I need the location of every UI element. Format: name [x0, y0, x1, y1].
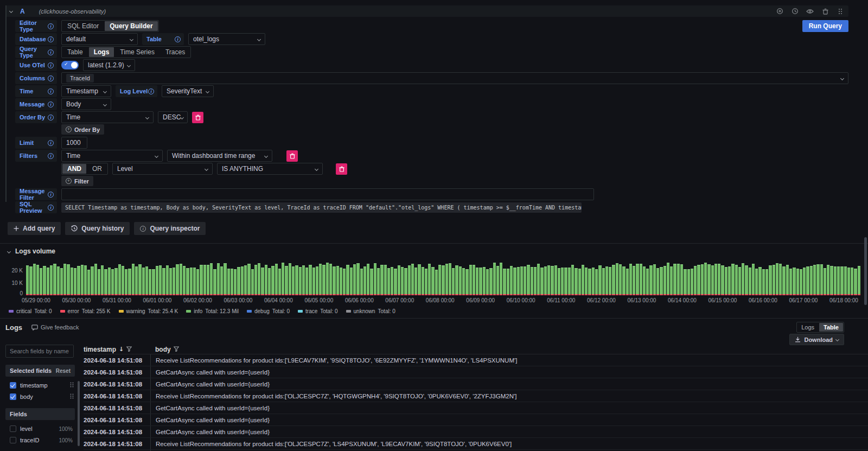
- info-icon[interactable]: i: [48, 140, 54, 146]
- info-icon[interactable]: i: [148, 88, 154, 94]
- checkbox-checked[interactable]: [10, 393, 16, 400]
- otel-version-select[interactable]: latest (1.2.9): [83, 59, 135, 71]
- filter2-operator-select[interactable]: IS ANYTHING: [217, 163, 323, 175]
- view-table-option[interactable]: Table: [819, 323, 843, 332]
- legend-item-critical[interactable]: criticalTotal: 0: [9, 308, 52, 314]
- editor-type-query-builder[interactable]: Query Builder: [105, 21, 157, 31]
- error-segment: [326, 294, 329, 295]
- info-icon[interactable]: i: [48, 192, 54, 198]
- info-icon[interactable]: i: [48, 88, 54, 94]
- query-row-header[interactable]: A (clickhouse-observability): [5, 5, 848, 17]
- info-segment: [220, 266, 223, 294]
- drag-handle-icon[interactable]: [70, 382, 74, 389]
- legend-item-error[interactable]: errorTotal: 255 K: [60, 308, 111, 314]
- run-query-button[interactable]: Run Query: [802, 20, 848, 32]
- view-logs-option[interactable]: Logs: [797, 323, 819, 332]
- query-type-logs[interactable]: Logs: [89, 47, 114, 57]
- log-level-select[interactable]: SeverityText: [162, 85, 214, 97]
- x-axis-tick: 06/08 00:00: [426, 297, 455, 303]
- info-icon[interactable]: i: [48, 75, 54, 81]
- info-icon[interactable]: i: [48, 36, 54, 42]
- error-segment: [36, 294, 39, 295]
- query-type-time-series[interactable]: Time Series: [114, 47, 160, 57]
- info-icon[interactable]: i: [48, 62, 54, 68]
- filter1-operator-select[interactable]: Within dashboard time range: [167, 150, 272, 162]
- checkbox-unchecked[interactable]: [10, 437, 16, 443]
- time-column-select[interactable]: Timestamp: [61, 85, 111, 97]
- legend-item-debug[interactable]: debugTotal: 0: [247, 308, 290, 314]
- give-feedback-link[interactable]: Give feedback: [31, 324, 79, 331]
- duplicate-query-icon[interactable]: [776, 8, 783, 15]
- info-icon[interactable]: i: [48, 23, 54, 29]
- sort-desc-icon[interactable]: ↓: [119, 346, 124, 353]
- volume-bar: [176, 264, 178, 295]
- query-type-traces[interactable]: Traces: [160, 47, 190, 57]
- available-field-level[interactable]: level100%: [10, 424, 74, 433]
- legend-item-unknown[interactable]: unknownTotal: 0: [346, 308, 395, 314]
- add-filter-button[interactable]: + Filter: [61, 176, 93, 186]
- available-field-traceID[interactable]: traceID100%: [10, 436, 74, 444]
- info-icon[interactable]: i: [48, 115, 54, 120]
- reset-button[interactable]: Reset: [56, 368, 71, 374]
- error-segment: [125, 294, 127, 295]
- and-option[interactable]: AND: [62, 164, 86, 174]
- selected-field-body[interactable]: body: [10, 392, 74, 401]
- order-by-direction-select[interactable]: DESC: [158, 111, 188, 123]
- remove-filter1-trash-icon[interactable]: [286, 150, 298, 162]
- remove-order-by-trash-icon[interactable]: [192, 112, 203, 123]
- filter-funnel-icon[interactable]: [174, 346, 179, 353]
- remove-filter2-trash-icon[interactable]: [336, 163, 347, 175]
- logs-table-rows: 2024-06-18 14:51:08Receive ListRecommend…: [84, 354, 868, 451]
- order-by-field-select[interactable]: Time: [61, 111, 154, 123]
- collapse-logs-volume-icon[interactable]: [7, 249, 11, 253]
- sidebar-scrollbar[interactable]: [78, 381, 80, 446]
- collapse-query-icon[interactable]: [9, 9, 13, 13]
- selected-field-timestamp[interactable]: timestamp: [10, 381, 74, 390]
- info-icon[interactable]: i: [175, 36, 181, 42]
- download-button[interactable]: Download: [789, 334, 844, 345]
- message-filter-input[interactable]: [61, 188, 594, 200]
- column-chip-traceid[interactable]: TraceId: [66, 74, 94, 82]
- use-otel-toggle[interactable]: [61, 61, 79, 69]
- table-select[interactable]: otel_logs: [188, 33, 265, 45]
- error-segment: [473, 294, 475, 295]
- add-order-by-button[interactable]: + Order By: [61, 124, 104, 135]
- add-query-button[interactable]: Add query: [8, 222, 61, 235]
- search-fields-input[interactable]: [5, 345, 74, 358]
- checkbox-unchecked[interactable]: [10, 425, 16, 432]
- drag-handle-icon[interactable]: [70, 393, 74, 400]
- message-column-select[interactable]: Body: [61, 98, 111, 110]
- volume-bar: [473, 265, 475, 295]
- checkbox-checked[interactable]: [10, 382, 16, 389]
- logs-volume-header[interactable]: Logs volume: [0, 247, 868, 255]
- columns-multiselect[interactable]: TraceId: [61, 72, 848, 84]
- filter2-field-select[interactable]: Level: [112, 163, 213, 175]
- query-type-table[interactable]: Table: [62, 47, 88, 57]
- info-icon[interactable]: i: [48, 205, 54, 211]
- x-axis-tick: 05/29 00:00: [22, 297, 50, 303]
- editor-type-sql-editor[interactable]: SQL Editor: [62, 21, 104, 31]
- page-scrollbar-thumb[interactable]: [864, 237, 867, 305]
- legend-item-info[interactable]: infoTotal: 12.3 Mil: [186, 308, 239, 314]
- info-icon[interactable]: i: [48, 101, 54, 107]
- database-select[interactable]: default: [61, 33, 138, 45]
- query-inspector-button[interactable]: i Query inspector: [134, 222, 206, 235]
- timestamp-column-header[interactable]: timestamp: [84, 346, 116, 353]
- drag-handle-icon[interactable]: [837, 8, 844, 15]
- info-icon[interactable]: i: [48, 153, 54, 159]
- filter-funnel-icon[interactable]: [126, 346, 132, 353]
- remove-query-trash-icon[interactable]: [821, 8, 829, 15]
- info-icon[interactable]: i: [48, 49, 54, 55]
- query-history-button[interactable]: Query history: [65, 222, 130, 235]
- or-option[interactable]: OR: [87, 164, 107, 174]
- limit-input[interactable]: [61, 137, 87, 149]
- query-history-icon[interactable]: [791, 8, 799, 15]
- hide-response-eye-icon[interactable]: [806, 8, 814, 15]
- legend-total: Total: 0: [378, 308, 395, 314]
- body-column-header[interactable]: body: [155, 346, 171, 353]
- field-name: level: [20, 425, 33, 432]
- legend-item-warning[interactable]: warningTotal: 25.4 K: [119, 308, 178, 314]
- filter1-field-select[interactable]: Time: [61, 150, 163, 162]
- legend-item-trace[interactable]: traceTotal: 0: [298, 308, 337, 314]
- info-segment: [752, 264, 755, 294]
